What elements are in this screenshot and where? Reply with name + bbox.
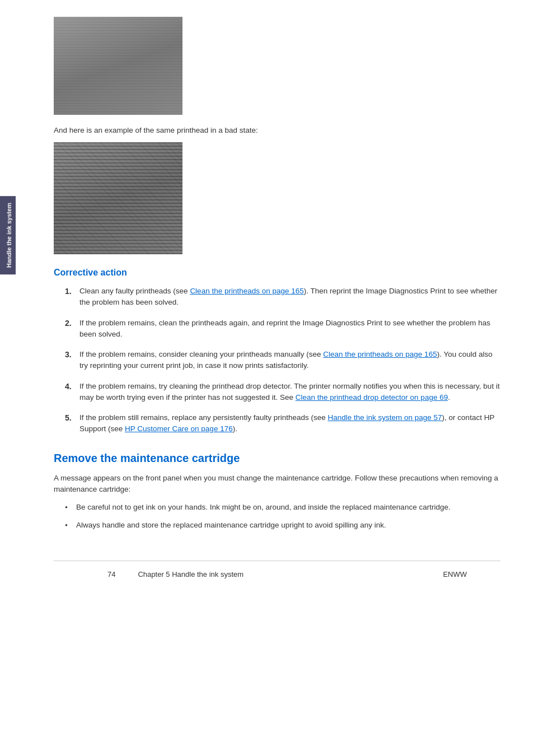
footer-enww: ENWW xyxy=(443,570,467,578)
side-tab: Handle the ink system xyxy=(0,196,16,274)
list-item: Be careful not to get ink on your hands.… xyxy=(65,502,500,513)
page-number: 74 xyxy=(107,570,115,578)
step-content: If the problem still remains, replace an… xyxy=(79,412,500,435)
step-number: 4. xyxy=(65,381,79,404)
bad-state-image-container xyxy=(54,142,500,254)
list-item: 5. If the problem still remains, replace… xyxy=(65,412,500,435)
bad-state-caption: And here is an example of the same print… xyxy=(54,126,500,134)
side-tab-label: Handle the ink system xyxy=(6,203,12,268)
step-number: 1. xyxy=(65,286,79,309)
step-content: Clean any faulty printheads (see Clean t… xyxy=(79,286,500,309)
good-state-image-container xyxy=(54,17,500,115)
step-number: 3. xyxy=(65,349,79,372)
step3-text-before: If the problem remains, consider cleanin… xyxy=(79,350,323,358)
step4-text-after: . xyxy=(448,393,450,402)
remove-cartridge-heading: Remove the maintenance cartridge xyxy=(54,452,500,465)
clean-printheads-link-2[interactable]: Clean the printheads on page 165 xyxy=(323,350,437,358)
step-content: If the problem remains, clean the printh… xyxy=(79,318,500,340)
list-item: Always handle and store the replaced mai… xyxy=(65,520,500,531)
list-item: 4. If the problem remains, try cleaning … xyxy=(65,381,500,404)
step-number: 5. xyxy=(65,412,79,435)
bullet-text-1: Be careful not to get ink on your hands.… xyxy=(76,502,451,513)
remove-cartridge-list: Be careful not to get ink on your hands.… xyxy=(65,502,500,531)
list-item: 3. If the problem remains, consider clea… xyxy=(65,349,500,372)
step1-text-before: Clean any faulty printheads (see xyxy=(79,287,190,295)
step5-text-after: ). xyxy=(233,424,237,433)
step5-text-before: If the problem still remains, replace an… xyxy=(79,413,327,422)
step2-text: If the problem remains, clean the printh… xyxy=(79,319,490,338)
corrective-action-heading: Corrective action xyxy=(54,268,500,278)
good-state-image xyxy=(54,17,182,115)
step-content: If the problem remains, consider cleanin… xyxy=(79,349,500,372)
footer-left: 74 Chapter 5 Handle the ink system xyxy=(107,570,243,578)
clean-printheads-link-1[interactable]: Clean the printheads on page 165 xyxy=(190,287,303,295)
step-content: If the problem remains, try cleaning the… xyxy=(79,381,500,404)
remove-cartridge-intro: A message appears on the front panel whe… xyxy=(54,473,500,496)
list-item: 2. If the problem remains, clean the pri… xyxy=(65,318,500,340)
handle-ink-system-link[interactable]: Handle the ink system on page 57 xyxy=(327,413,442,422)
chapter-label: Chapter 5 Handle the ink system xyxy=(138,570,243,578)
corrective-action-list: 1. Clean any faulty printheads (see Clea… xyxy=(65,286,500,435)
list-item: 1. Clean any faulty printheads (see Clea… xyxy=(65,286,500,309)
hp-customer-care-link[interactable]: HP Customer Care on page 176 xyxy=(125,424,233,433)
page-footer: 74 Chapter 5 Handle the ink system ENWW xyxy=(54,561,500,587)
clean-drop-detector-link[interactable]: Clean the printhead drop detector on pag… xyxy=(296,393,448,402)
bad-state-image xyxy=(54,142,182,254)
step-number: 2. xyxy=(65,318,79,340)
bullet-text-2: Always handle and store the replaced mai… xyxy=(76,520,386,531)
